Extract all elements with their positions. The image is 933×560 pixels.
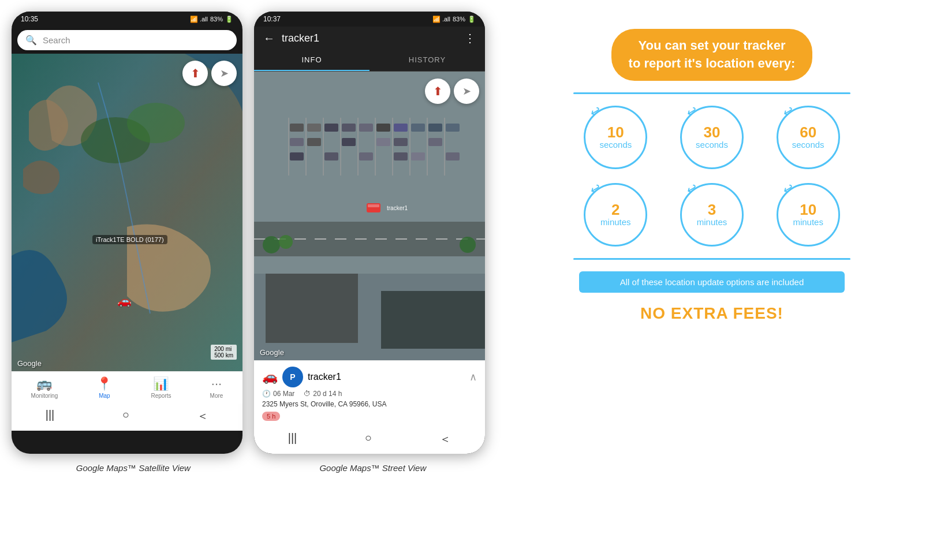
circle-2min: ↩ 2 minutes [573,183,658,247]
svg-rect-28 [342,138,356,146]
svg-rect-29 [376,138,390,146]
svg-point-43 [279,235,293,249]
pill-menu[interactable]: ||| [46,408,55,424]
circle-10min: ↩ 10 minutes [766,183,850,247]
system-nav-bar-2: ||| ○ ＜ [254,427,485,454]
svg-rect-27 [307,138,321,146]
phone-tracker: 10:37 📶 .all 83% 🔋 ← tracker1 ⋮ INFO HIS… [254,12,485,454]
collapse-icon[interactable]: ∧ [469,371,477,383]
svg-text:🚗: 🚗 [117,294,132,308]
caption-street: Google Maps™ Street View [319,463,426,473]
reports-icon: 📊 [153,376,169,391]
divider-top [573,92,850,94]
satellite-map[interactable]: 🚗 ⬆ ➤ iTrack1TE BOLD (0177) Google 200 m… [12,54,242,371]
svg-rect-40 [266,274,358,343]
tracker-meta: 🕐 06 Mar ⏱ 20 d 14 h [262,390,477,398]
search-bar[interactable]: 🔍 Search [17,30,237,50]
unit-minutes-1: minutes [600,217,631,227]
included-text: All of these location update options are… [620,277,804,287]
pill-home-2[interactable]: ○ [365,431,372,447]
svg-point-44 [460,237,476,253]
circle-30sec: ↩ 30 seconds [670,106,755,169]
back-button[interactable]: ← [263,32,275,45]
included-banner: All of these location update options are… [579,271,845,293]
number-30sec: 30 [704,125,721,140]
navigate-button-2[interactable]: ➤ [454,79,479,104]
svg-rect-22 [394,124,408,132]
tab-history[interactable]: HISTORY [370,50,485,71]
tracker-label-1: iTrack1TE BOLD (0177) [92,235,167,244]
more-menu-button[interactable]: ⋮ [464,31,476,45]
tracker-info-panel: 🚗 P tracker1 ∧ 🕐 06 Mar ⏱ 20 d 14 h 2325… [254,360,485,427]
phone-satellite: 10:35 📶 .all 83% 🔋 🔍 Search [12,12,242,454]
battery-1: 83% [210,16,223,23]
search-icon: 🔍 [25,35,37,46]
circle-60sec: ↩ 60 seconds [766,106,850,169]
time-2: 10:37 [263,15,281,23]
search-placeholder: Search [43,35,70,45]
compass-button-1[interactable]: ⬆ [182,61,208,86]
unit-minutes-3: minutes [793,217,823,227]
time-1: 10:35 [21,15,38,23]
street-map[interactable]: tracker1 ⬆ ➤ Google [254,72,485,360]
circles-grid: ↩ 10 seconds ↩ 30 seconds ↩ 60 seconds ↩… [573,106,850,247]
system-nav-bar-1: ||| ○ ＜ [12,404,242,431]
svg-rect-31 [428,138,442,146]
svg-rect-21 [376,124,390,132]
tracker-date-icon: 🕐 06 Mar [262,390,294,398]
pill-back-2[interactable]: ＜ [439,431,451,447]
arrow-icon-5: ↩ [684,180,700,198]
svg-rect-34 [359,152,373,160]
app-header: ← tracker1 ⋮ [254,27,485,50]
tracker-avatar: P [282,367,303,387]
svg-rect-32 [290,152,304,160]
pill-back[interactable]: ＜ [197,408,208,424]
unit-minutes-2: minutes [697,217,727,227]
svg-rect-46 [368,204,379,207]
captions-row: Google Maps™ Satellite View Google Maps™… [12,463,491,473]
satellite-map-container: 🚗 ⬆ ➤ iTrack1TE BOLD (0177) Google 200 m… [12,54,242,404]
nav-more[interactable]: ··· More [210,376,223,399]
pill-menu-2[interactable]: ||| [288,431,297,447]
arrow-icon-3: ↩ [779,102,796,121]
svg-text:tracker1: tracker1 [387,205,408,211]
svg-rect-23 [411,124,425,132]
headline-text: You can set your trackerto report it's l… [629,38,796,70]
time-badge: 5 h [262,412,280,421]
app-tabs: INFO HISTORY [254,50,485,72]
arrow-icon-2: ↩ [684,102,700,121]
svg-rect-17 [307,124,321,132]
nav-map[interactable]: 📍 Map [96,376,112,399]
pill-home[interactable]: ○ [122,408,129,424]
svg-point-42 [263,236,280,253]
number-2min: 2 [611,202,619,217]
svg-rect-36 [411,152,425,160]
svg-point-2 [127,103,185,143]
number-10min: 10 [800,202,816,217]
tracker-car-icon: 🚗 [262,369,278,384]
svg-rect-35 [394,152,408,160]
svg-rect-24 [428,124,442,132]
signal-icon-1: 📶 .all [190,16,208,23]
tracker-name: tracker1 [308,372,341,382]
no-fees-text: NO EXTRA FEES! [640,304,783,323]
tab-info[interactable]: INFO [254,50,370,71]
number-3min: 3 [708,202,716,217]
arrow-icon-4: ↩ [587,180,604,198]
svg-rect-16 [290,124,304,132]
infographic-panel: You can set your trackerto report it's l… [502,12,921,334]
tracker-address: 2325 Myers St, Oroville, CA 95966, USA [262,400,477,408]
google-watermark-1: Google [17,359,42,368]
unit-seconds-3: seconds [792,140,824,150]
status-bar-1: 10:35 📶 .all 83% 🔋 [12,12,242,27]
svg-rect-33 [324,152,338,160]
number-60sec: 60 [800,125,816,140]
number-10sec: 10 [607,125,624,140]
bottom-nav-1: 🚌 Monitoring 📍 Map 📊 Reports ··· More [12,371,242,404]
compass-button-2[interactable]: ⬆ [425,79,450,104]
navigate-button-1[interactable]: ➤ [211,61,237,86]
status-bar-2: 10:37 📶 .all 83% 🔋 [254,12,485,27]
nav-reports[interactable]: 📊 Reports [151,376,171,399]
svg-rect-26 [290,138,304,146]
nav-monitoring[interactable]: 🚌 Monitoring [31,376,58,399]
